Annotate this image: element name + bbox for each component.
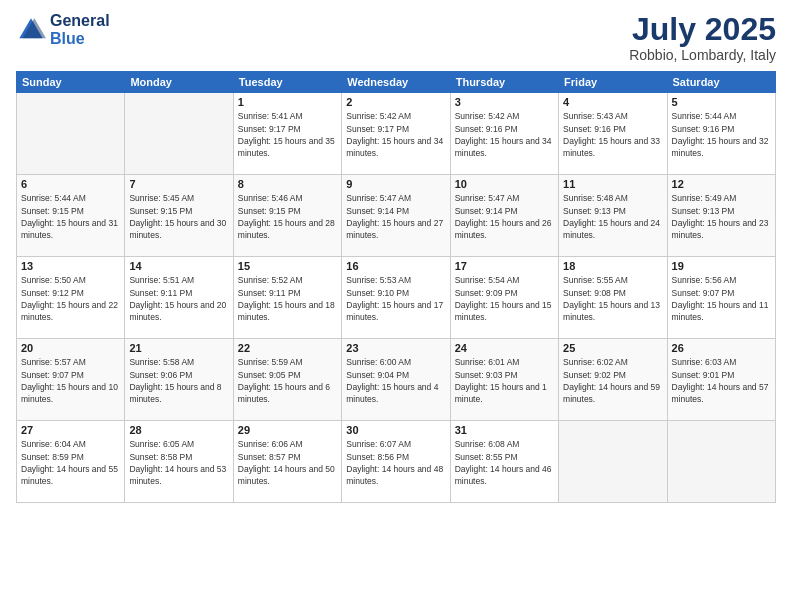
weekday-header-row: SundayMondayTuesdayWednesdayThursdayFrid… bbox=[17, 72, 776, 93]
day-info: Sunrise: 5:51 AMSunset: 9:11 PMDaylight:… bbox=[129, 274, 228, 323]
day-cell-25: 25Sunrise: 6:02 AMSunset: 9:02 PMDayligh… bbox=[559, 339, 667, 421]
day-info: Sunrise: 5:57 AMSunset: 9:07 PMDaylight:… bbox=[21, 356, 120, 405]
day-info: Sunrise: 6:04 AMSunset: 8:59 PMDaylight:… bbox=[21, 438, 120, 487]
calendar-table: SundayMondayTuesdayWednesdayThursdayFrid… bbox=[16, 71, 776, 503]
day-info: Sunrise: 6:00 AMSunset: 9:04 PMDaylight:… bbox=[346, 356, 445, 405]
day-number: 19 bbox=[672, 260, 771, 272]
day-info: Sunrise: 5:47 AMSunset: 9:14 PMDaylight:… bbox=[455, 192, 554, 241]
week-row-2: 6Sunrise: 5:44 AMSunset: 9:15 PMDaylight… bbox=[17, 175, 776, 257]
day-info: Sunrise: 5:43 AMSunset: 9:16 PMDaylight:… bbox=[563, 110, 662, 159]
day-number: 25 bbox=[563, 342, 662, 354]
month-title: July 2025 bbox=[629, 12, 776, 47]
day-number: 10 bbox=[455, 178, 554, 190]
weekday-header-saturday: Saturday bbox=[667, 72, 775, 93]
empty-cell bbox=[559, 421, 667, 503]
day-cell-15: 15Sunrise: 5:52 AMSunset: 9:11 PMDayligh… bbox=[233, 257, 341, 339]
day-number: 7 bbox=[129, 178, 228, 190]
day-info: Sunrise: 6:01 AMSunset: 9:03 PMDaylight:… bbox=[455, 356, 554, 405]
day-number: 3 bbox=[455, 96, 554, 108]
day-cell-22: 22Sunrise: 5:59 AMSunset: 9:05 PMDayligh… bbox=[233, 339, 341, 421]
calendar-page: General Blue July 2025 Robbio, Lombardy,… bbox=[0, 0, 792, 612]
day-number: 6 bbox=[21, 178, 120, 190]
week-row-3: 13Sunrise: 5:50 AMSunset: 9:12 PMDayligh… bbox=[17, 257, 776, 339]
day-cell-10: 10Sunrise: 5:47 AMSunset: 9:14 PMDayligh… bbox=[450, 175, 558, 257]
logo-icon bbox=[16, 15, 46, 45]
day-number: 9 bbox=[346, 178, 445, 190]
day-cell-14: 14Sunrise: 5:51 AMSunset: 9:11 PMDayligh… bbox=[125, 257, 233, 339]
day-info: Sunrise: 5:50 AMSunset: 9:12 PMDaylight:… bbox=[21, 274, 120, 323]
logo: General Blue bbox=[16, 12, 110, 47]
day-cell-17: 17Sunrise: 5:54 AMSunset: 9:09 PMDayligh… bbox=[450, 257, 558, 339]
day-cell-5: 5Sunrise: 5:44 AMSunset: 9:16 PMDaylight… bbox=[667, 93, 775, 175]
day-number: 26 bbox=[672, 342, 771, 354]
day-number: 1 bbox=[238, 96, 337, 108]
empty-cell bbox=[17, 93, 125, 175]
day-cell-21: 21Sunrise: 5:58 AMSunset: 9:06 PMDayligh… bbox=[125, 339, 233, 421]
weekday-header-monday: Monday bbox=[125, 72, 233, 93]
day-info: Sunrise: 5:53 AMSunset: 9:10 PMDaylight:… bbox=[346, 274, 445, 323]
day-info: Sunrise: 5:47 AMSunset: 9:14 PMDaylight:… bbox=[346, 192, 445, 241]
day-cell-6: 6Sunrise: 5:44 AMSunset: 9:15 PMDaylight… bbox=[17, 175, 125, 257]
day-number: 28 bbox=[129, 424, 228, 436]
day-cell-28: 28Sunrise: 6:05 AMSunset: 8:58 PMDayligh… bbox=[125, 421, 233, 503]
day-info: Sunrise: 5:46 AMSunset: 9:15 PMDaylight:… bbox=[238, 192, 337, 241]
day-info: Sunrise: 5:48 AMSunset: 9:13 PMDaylight:… bbox=[563, 192, 662, 241]
day-cell-8: 8Sunrise: 5:46 AMSunset: 9:15 PMDaylight… bbox=[233, 175, 341, 257]
location-title: Robbio, Lombardy, Italy bbox=[629, 47, 776, 63]
day-info: Sunrise: 5:55 AMSunset: 9:08 PMDaylight:… bbox=[563, 274, 662, 323]
day-info: Sunrise: 6:08 AMSunset: 8:55 PMDaylight:… bbox=[455, 438, 554, 487]
day-info: Sunrise: 5:42 AMSunset: 9:17 PMDaylight:… bbox=[346, 110, 445, 159]
day-number: 16 bbox=[346, 260, 445, 272]
day-number: 31 bbox=[455, 424, 554, 436]
day-cell-24: 24Sunrise: 6:01 AMSunset: 9:03 PMDayligh… bbox=[450, 339, 558, 421]
day-info: Sunrise: 5:44 AMSunset: 9:16 PMDaylight:… bbox=[672, 110, 771, 159]
day-cell-26: 26Sunrise: 6:03 AMSunset: 9:01 PMDayligh… bbox=[667, 339, 775, 421]
week-row-4: 20Sunrise: 5:57 AMSunset: 9:07 PMDayligh… bbox=[17, 339, 776, 421]
day-cell-2: 2Sunrise: 5:42 AMSunset: 9:17 PMDaylight… bbox=[342, 93, 450, 175]
day-number: 13 bbox=[21, 260, 120, 272]
week-row-1: 1Sunrise: 5:41 AMSunset: 9:17 PMDaylight… bbox=[17, 93, 776, 175]
day-info: Sunrise: 5:52 AMSunset: 9:11 PMDaylight:… bbox=[238, 274, 337, 323]
day-cell-3: 3Sunrise: 5:42 AMSunset: 9:16 PMDaylight… bbox=[450, 93, 558, 175]
weekday-header-wednesday: Wednesday bbox=[342, 72, 450, 93]
header: General Blue July 2025 Robbio, Lombardy,… bbox=[16, 12, 776, 63]
day-number: 18 bbox=[563, 260, 662, 272]
day-cell-13: 13Sunrise: 5:50 AMSunset: 9:12 PMDayligh… bbox=[17, 257, 125, 339]
day-number: 30 bbox=[346, 424, 445, 436]
weekday-header-sunday: Sunday bbox=[17, 72, 125, 93]
day-cell-4: 4Sunrise: 5:43 AMSunset: 9:16 PMDaylight… bbox=[559, 93, 667, 175]
day-cell-1: 1Sunrise: 5:41 AMSunset: 9:17 PMDaylight… bbox=[233, 93, 341, 175]
day-number: 20 bbox=[21, 342, 120, 354]
day-info: Sunrise: 5:56 AMSunset: 9:07 PMDaylight:… bbox=[672, 274, 771, 323]
day-info: Sunrise: 6:02 AMSunset: 9:02 PMDaylight:… bbox=[563, 356, 662, 405]
day-number: 5 bbox=[672, 96, 771, 108]
day-info: Sunrise: 6:06 AMSunset: 8:57 PMDaylight:… bbox=[238, 438, 337, 487]
empty-cell bbox=[125, 93, 233, 175]
day-info: Sunrise: 6:03 AMSunset: 9:01 PMDaylight:… bbox=[672, 356, 771, 405]
day-number: 21 bbox=[129, 342, 228, 354]
day-cell-9: 9Sunrise: 5:47 AMSunset: 9:14 PMDaylight… bbox=[342, 175, 450, 257]
day-number: 23 bbox=[346, 342, 445, 354]
day-info: Sunrise: 5:42 AMSunset: 9:16 PMDaylight:… bbox=[455, 110, 554, 159]
day-info: Sunrise: 5:41 AMSunset: 9:17 PMDaylight:… bbox=[238, 110, 337, 159]
week-row-5: 27Sunrise: 6:04 AMSunset: 8:59 PMDayligh… bbox=[17, 421, 776, 503]
day-cell-11: 11Sunrise: 5:48 AMSunset: 9:13 PMDayligh… bbox=[559, 175, 667, 257]
day-info: Sunrise: 6:05 AMSunset: 8:58 PMDaylight:… bbox=[129, 438, 228, 487]
day-cell-7: 7Sunrise: 5:45 AMSunset: 9:15 PMDaylight… bbox=[125, 175, 233, 257]
day-number: 11 bbox=[563, 178, 662, 190]
day-cell-19: 19Sunrise: 5:56 AMSunset: 9:07 PMDayligh… bbox=[667, 257, 775, 339]
day-cell-18: 18Sunrise: 5:55 AMSunset: 9:08 PMDayligh… bbox=[559, 257, 667, 339]
logo-text: General Blue bbox=[50, 12, 110, 47]
day-cell-12: 12Sunrise: 5:49 AMSunset: 9:13 PMDayligh… bbox=[667, 175, 775, 257]
day-number: 4 bbox=[563, 96, 662, 108]
weekday-header-thursday: Thursday bbox=[450, 72, 558, 93]
day-cell-31: 31Sunrise: 6:08 AMSunset: 8:55 PMDayligh… bbox=[450, 421, 558, 503]
day-info: Sunrise: 5:58 AMSunset: 9:06 PMDaylight:… bbox=[129, 356, 228, 405]
day-cell-27: 27Sunrise: 6:04 AMSunset: 8:59 PMDayligh… bbox=[17, 421, 125, 503]
day-number: 14 bbox=[129, 260, 228, 272]
day-number: 22 bbox=[238, 342, 337, 354]
weekday-header-tuesday: Tuesday bbox=[233, 72, 341, 93]
day-number: 15 bbox=[238, 260, 337, 272]
weekday-header-friday: Friday bbox=[559, 72, 667, 93]
day-number: 27 bbox=[21, 424, 120, 436]
